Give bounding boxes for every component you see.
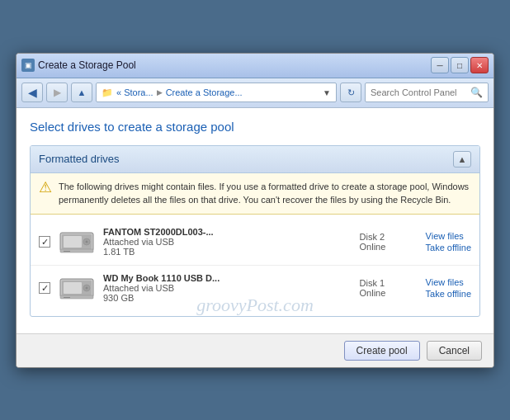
search-bar: 🔍 [365, 83, 489, 102]
table-row: ✓ WD My Book 1110 USB D. [31, 266, 479, 311]
footer-wrapper: groovyPost.com Create pool Cancel [17, 333, 493, 367]
warning-text: The following drives might contain files… [59, 180, 471, 207]
drive-2-connection: Attached via USB [103, 283, 352, 293]
svg-point-11 [86, 286, 88, 289]
drive-1-view-files-link[interactable]: View files [426, 231, 464, 241]
search-input[interactable] [371, 87, 467, 97]
close-button[interactable]: ✕ [470, 57, 489, 73]
breadcrumb-bar: 📁 « Stora... ▶ Create a Storage... ▼ [96, 83, 337, 102]
create-pool-button[interactable]: Create pool [344, 341, 420, 361]
drive-2-view-files-link[interactable]: View files [426, 277, 464, 287]
footer: Create pool Cancel [17, 333, 493, 367]
drive-list: ✓ FANTOM ST2000DL003-... [31, 215, 479, 316]
folder-icon: 📁 [102, 87, 113, 98]
search-icon[interactable]: 🔍 [470, 87, 483, 98]
drive-1-icon [59, 226, 95, 258]
drive-2-status-col: Disk 1 Online [360, 278, 418, 298]
breadcrumb-part2[interactable]: Create a Storage... [166, 87, 243, 97]
breadcrumb-part1[interactable]: « Stora... [116, 87, 153, 97]
section-collapse-button[interactable]: ▲ [453, 151, 471, 168]
page-title: Select drives to create a storage pool [30, 120, 480, 134]
title-bar-buttons: ─ □ ✕ [431, 57, 489, 73]
drive-1-info: FANTOM ST2000DL003-... Attached via USB … [103, 227, 352, 257]
table-row: ✓ FANTOM ST2000DL003-... [31, 219, 479, 266]
forward-button[interactable]: ▶ [46, 83, 68, 102]
drive-1-checkbox[interactable]: ✓ [39, 236, 50, 248]
drive-2-size: 930 GB [103, 293, 352, 303]
warning-box: ⚠ The following drives might contain fil… [31, 173, 479, 215]
svg-rect-6 [64, 251, 70, 252]
drive-1-status-col: Disk 2 Online [360, 232, 418, 252]
title-bar: ▣ Create a Storage Pool ─ □ ✕ [17, 54, 493, 78]
formatted-drives-section: Formatted drives ▲ ⚠ The following drive… [30, 145, 480, 317]
drive-2-status: Online [360, 288, 418, 298]
drive-2-checkbox[interactable]: ✓ [39, 282, 50, 294]
drive-2-name: WD My Book 1110 USB D... [103, 273, 352, 283]
window-title: Create a Storage Pool [38, 59, 136, 71]
drive-2-icon [59, 272, 95, 304]
svg-rect-13 [64, 297, 70, 298]
title-bar-left: ▣ Create a Storage Pool [21, 59, 136, 72]
warning-icon: ⚠ [39, 180, 52, 195]
section-title: Formatted drives [39, 153, 120, 165]
drive-2-take-offline-link[interactable]: Take offline [426, 289, 471, 299]
back-button[interactable]: ◀ [21, 83, 43, 102]
drive-1-size: 1.81 TB [103, 247, 352, 257]
content-area: Select drives to create a storage pool F… [17, 108, 493, 333]
main-window: ▣ Create a Storage Pool ─ □ ✕ ◀ ▶ ▲ � [16, 53, 494, 368]
drive-1-actions: View files Take offline [426, 231, 471, 252]
drive-1-connection: Attached via USB [103, 237, 352, 247]
svg-rect-2 [64, 236, 82, 248]
breadcrumb-dropdown-button[interactable]: ▼ [323, 88, 331, 97]
drive-1-take-offline-link[interactable]: Take offline [426, 243, 471, 252]
drive-2-actions: View files Take offline [426, 277, 471, 299]
svg-point-4 [86, 240, 88, 243]
minimize-button[interactable]: ─ [431, 57, 449, 73]
drive-1-disk-label: Disk 2 [360, 232, 418, 242]
window-icon: ▣ [21, 59, 35, 72]
breadcrumb-arrow-icon: ▶ [157, 88, 163, 97]
refresh-button[interactable]: ↻ [340, 83, 361, 102]
cancel-button[interactable]: Cancel [427, 341, 482, 361]
maximize-button[interactable]: □ [451, 57, 469, 73]
up-button[interactable]: ▲ [71, 83, 92, 102]
drive-2-info: WD My Book 1110 USB D... Attached via US… [103, 273, 352, 303]
nav-bar: ◀ ▶ ▲ 📁 « Stora... ▶ Create a Storage...… [17, 78, 493, 108]
drive-2-disk-label: Disk 1 [360, 278, 418, 288]
svg-rect-9 [64, 282, 82, 294]
section-header: Formatted drives ▲ [31, 146, 479, 173]
drive-1-status: Online [360, 242, 418, 252]
drive-1-name: FANTOM ST2000DL003-... [103, 227, 352, 237]
